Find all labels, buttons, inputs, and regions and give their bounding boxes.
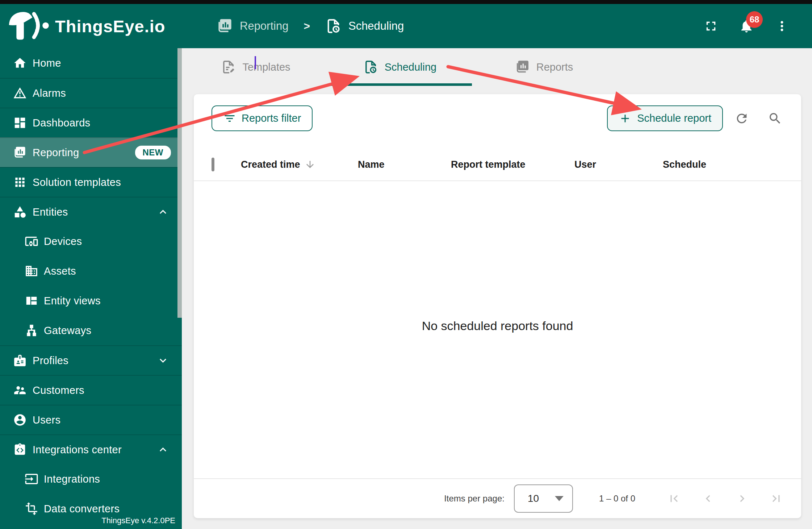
text-cursor-artifact — [255, 56, 256, 69]
tab-reports[interactable]: Reports — [472, 48, 616, 86]
more-vert-icon[interactable] — [774, 18, 790, 34]
sidebar-item-entities[interactable]: Entities — [0, 197, 182, 226]
page-size-select[interactable]: 10 — [514, 484, 573, 513]
data-converters-icon — [25, 502, 38, 516]
customers-icon — [13, 383, 27, 397]
paginator: Items per page: 10 1 – 0 of 0 — [194, 478, 801, 518]
items-per-page-label: Items per page: — [444, 493, 505, 504]
sidebar-item-home[interactable]: Home — [0, 48, 182, 78]
sidebar-item-profiles[interactable]: Profiles — [0, 345, 182, 375]
entity-views-icon — [25, 294, 38, 308]
profiles-icon — [13, 354, 27, 367]
tab-label: Scheduling — [385, 61, 437, 73]
dashboards-icon — [13, 116, 27, 130]
tab-label: Reports — [536, 61, 573, 73]
sidebar-scrollbar[interactable] — [177, 48, 182, 318]
sort-descending-icon[interactable] — [305, 159, 315, 170]
new-badge: NEW — [135, 146, 171, 159]
tab-scheduling[interactable]: Scheduling — [328, 48, 472, 86]
logo-mark-icon — [8, 10, 51, 42]
column-header-created-time[interactable]: Created time — [241, 159, 358, 170]
column-header-name[interactable]: Name — [358, 159, 451, 170]
previous-page-button[interactable] — [701, 492, 715, 505]
plus-icon — [619, 112, 632, 125]
chevron-down-icon[interactable] — [156, 354, 169, 367]
fullscreen-icon[interactable] — [703, 18, 719, 34]
assets-icon — [25, 264, 38, 278]
breadcrumb-label: Scheduling — [348, 20, 404, 33]
logo[interactable]: ThingsEye.io — [0, 10, 182, 42]
app-version: ThingsEye v.4.2.0PE — [101, 516, 175, 525]
sidebar-item-integrations[interactable]: Integrations — [0, 464, 182, 494]
tab-bar: Templates Scheduling — [184, 48, 616, 86]
logo-text: ThingsEye.io — [55, 16, 166, 36]
app-screen: ThingsEye.io Reporting > — [0, 0, 812, 529]
table-header-row: Created time Name Report template User S… — [194, 149, 801, 181]
sidebar-item-dashboards[interactable]: Dashboards — [0, 108, 182, 137]
sidebar-item-gateways[interactable]: Gateways — [0, 316, 182, 345]
sidebar: Home Alarms Dashboards Reporting — [0, 48, 182, 529]
chevron-up-icon[interactable] — [156, 443, 169, 456]
browser-top-strip — [0, 0, 812, 4]
sidebar-item-customers[interactable]: Customers — [0, 375, 182, 405]
entities-icon — [13, 205, 27, 219]
paginator-nav — [667, 492, 783, 505]
app-header: ThingsEye.io Reporting > — [0, 4, 812, 48]
reporting-icon — [13, 146, 27, 159]
select-caret-icon — [555, 496, 564, 501]
sidebar-item-integrations-center[interactable]: Integrations center — [0, 434, 182, 464]
sidebar-nav: Home Alarms Dashboards Reporting — [0, 48, 182, 524]
paginator-range-label: 1 – 0 of 0 — [599, 493, 635, 504]
integrations-center-icon — [13, 443, 27, 457]
scheduling-icon — [363, 59, 378, 75]
notifications-bell-icon[interactable]: 68 — [739, 18, 754, 34]
filter-icon — [223, 112, 236, 125]
solution-templates-icon — [13, 175, 27, 189]
devices-icon — [25, 234, 38, 248]
select-all-checkbox[interactable] — [212, 158, 214, 171]
templates-icon — [221, 59, 236, 75]
sidebar-item-reporting[interactable]: Reporting NEW — [0, 137, 182, 167]
last-page-icon — [769, 492, 783, 505]
chevron-right-icon — [735, 492, 749, 505]
sidebar-item-assets[interactable]: Assets — [0, 256, 182, 286]
first-page-icon — [667, 492, 681, 505]
sidebar-item-users[interactable]: Users — [0, 405, 182, 434]
page-size-value: 10 — [528, 493, 539, 504]
next-page-button[interactable] — [735, 492, 749, 505]
sidebar-item-solution-templates[interactable]: Solution templates — [0, 167, 182, 197]
breadcrumb: Reporting > Scheduling — [217, 18, 404, 34]
card-toolbar: Reports filter Schedule report — [194, 94, 801, 149]
column-header-schedule[interactable]: Schedule — [663, 159, 801, 170]
reporting-icon — [217, 18, 233, 34]
sidebar-item-alarms[interactable]: Alarms — [0, 78, 182, 108]
chevron-up-icon[interactable] — [156, 205, 169, 218]
integrations-icon — [25, 472, 38, 486]
schedule-report-button[interactable]: Schedule report — [607, 105, 723, 131]
last-page-button[interactable] — [769, 492, 783, 505]
empty-state-message: No scheduled reports found — [194, 319, 801, 333]
scheduling-icon — [325, 18, 342, 34]
breadcrumb-item-reporting[interactable]: Reporting — [217, 18, 288, 34]
sidebar-item-devices[interactable]: Devices — [0, 226, 182, 256]
refresh-icon — [734, 111, 749, 126]
header-actions: 68 — [703, 18, 812, 34]
breadcrumb-item-scheduling[interactable]: Scheduling — [325, 18, 404, 34]
refresh-button[interactable] — [734, 111, 749, 126]
column-header-report-template[interactable]: Report template — [451, 159, 574, 170]
reports-filter-button[interactable]: Reports filter — [212, 105, 313, 131]
column-header-user[interactable]: User — [574, 159, 663, 170]
select-all-cell — [212, 159, 241, 170]
users-icon — [13, 413, 27, 427]
search-button[interactable] — [768, 111, 782, 126]
breadcrumb-separator: > — [304, 20, 310, 32]
home-icon — [13, 56, 27, 70]
search-icon — [768, 111, 782, 126]
breadcrumb-label: Reporting — [240, 20, 288, 33]
gateways-icon — [25, 324, 38, 337]
sidebar-item-entity-views[interactable]: Entity views — [0, 286, 182, 316]
notification-count-badge[interactable]: 68 — [746, 11, 763, 28]
chevron-left-icon — [701, 492, 715, 505]
tab-label: Templates — [242, 61, 290, 73]
first-page-button[interactable] — [667, 492, 681, 505]
